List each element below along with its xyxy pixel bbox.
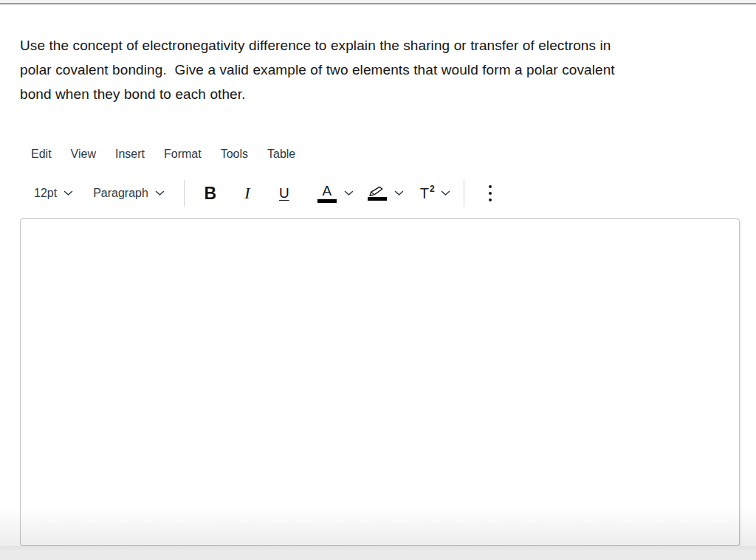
menu-tools[interactable]: Tools	[221, 148, 248, 161]
quiz-question-page: Use the concept of electronegativity dif…	[0, 0, 756, 560]
rich-text-editor-area[interactable]	[20, 218, 740, 546]
question-line: bond when they bond to each other.	[20, 82, 615, 106]
highlight-color-button[interactable]	[368, 186, 404, 201]
text-color-icon: A	[317, 184, 337, 203]
block-format-select[interactable]: Paragraph	[93, 187, 165, 200]
menu-view[interactable]: View	[71, 148, 96, 161]
bold-button[interactable]: B	[198, 180, 223, 207]
superscript-icon: T 2	[420, 185, 435, 201]
editor-menubar: Edit View Insert Format Tools Table	[31, 145, 295, 163]
block-format-value: Paragraph	[93, 187, 148, 200]
menu-insert[interactable]: Insert	[115, 148, 145, 161]
menu-table[interactable]: Table	[267, 148, 295, 161]
question-text: Use the concept of electronegativity dif…	[20, 33, 615, 106]
underline-button[interactable]: U	[272, 180, 297, 207]
bold-icon: B	[205, 184, 217, 204]
more-options-button[interactable]	[486, 182, 495, 204]
chevron-down-icon	[441, 190, 450, 196]
question-line: polar covalent bonding. Give a valid exa…	[20, 58, 615, 82]
menu-edit[interactable]: Edit	[31, 148, 52, 161]
highlight-color-swatch	[368, 197, 387, 201]
superscript-button[interactable]: T 2	[420, 185, 450, 201]
font-size-select[interactable]: 12pt	[34, 187, 73, 200]
top-divider-line	[0, 3, 756, 4]
chevron-down-icon	[394, 190, 404, 196]
italic-icon: I	[244, 184, 250, 203]
chevron-down-icon	[63, 190, 73, 196]
question-line: Use the concept of electronegativity dif…	[20, 33, 615, 58]
italic-button[interactable]: I	[235, 180, 260, 207]
text-color-button[interactable]: A	[317, 184, 354, 203]
chevron-down-icon	[344, 190, 354, 196]
text-color-swatch	[317, 199, 337, 203]
vertical-ellipsis-icon	[489, 185, 492, 188]
highlighter-icon	[368, 186, 387, 201]
toolbar-separator	[184, 180, 185, 207]
chevron-down-icon	[155, 190, 165, 196]
menu-format[interactable]: Format	[164, 148, 202, 161]
font-size-value: 12pt	[34, 187, 57, 200]
toolbar-separator	[464, 180, 464, 207]
underline-icon: U	[279, 185, 289, 201]
page-bottom-background	[0, 546, 756, 560]
editor-toolbar: 12pt Paragraph B I U A	[34, 179, 495, 208]
